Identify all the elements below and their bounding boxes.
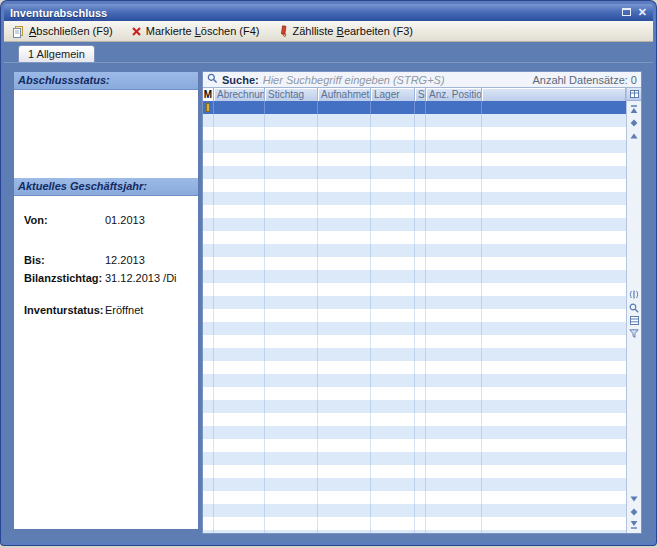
column-chooser-button[interactable] bbox=[627, 88, 641, 101]
column-chooser-icon bbox=[630, 90, 639, 98]
column-header-aufnahmetag[interactable]: Aufnahmetag bbox=[318, 88, 371, 101]
finish-document-icon bbox=[12, 25, 25, 38]
next-record-button[interactable] bbox=[627, 505, 641, 518]
grid-header-row: M Abrechnungs-Nr Stichtag Aufnahmetag La… bbox=[203, 88, 626, 101]
filter-button[interactable] bbox=[627, 327, 641, 340]
field-label: Bis: bbox=[24, 254, 105, 267]
field-inventurstatus: Inventurstatus: Eröffnet bbox=[14, 304, 198, 317]
search-label: Suche: bbox=[222, 74, 259, 86]
restore-button[interactable] bbox=[622, 7, 631, 18]
tabstrip: 1 Allgemein bbox=[4, 42, 653, 62]
column-header-filler bbox=[482, 88, 626, 101]
window-title: Inventurabschluss bbox=[10, 7, 622, 19]
toolbar-button-label: Abschließen (F9) bbox=[29, 25, 113, 37]
column-width-icon bbox=[629, 290, 639, 299]
main-area: 1 Allgemein Abschlussstatus: Aktuelles G… bbox=[4, 42, 653, 542]
geschaeftsjahr-fields: Von: 01.2013 Bis: 12.2013 Bilanzstichtag… bbox=[14, 196, 198, 317]
field-von: Von: 01.2013 bbox=[14, 214, 198, 227]
restore-icon bbox=[622, 8, 631, 16]
search-icon bbox=[207, 73, 218, 86]
column-separators bbox=[203, 114, 626, 533]
next-record-icon bbox=[630, 508, 638, 516]
grid-side-strip bbox=[626, 88, 641, 533]
field-label: Bilanzstichtag: bbox=[24, 272, 105, 285]
field-bis: Bis: 12.2013 bbox=[14, 254, 198, 267]
scroll-up-button[interactable] bbox=[627, 129, 641, 142]
row-marker-icon bbox=[206, 103, 210, 112]
app-window: Inventurabschluss ✕ Abschließen (F9) Mar… bbox=[1, 1, 656, 545]
scroll-down-button[interactable] bbox=[627, 492, 641, 505]
tab-allgemein[interactable]: 1 Allgemein bbox=[18, 45, 95, 63]
zaehlliste-bearbeiten-button[interactable]: Zählliste Bearbeiten (F3) bbox=[274, 24, 417, 39]
export-button[interactable] bbox=[627, 314, 641, 327]
prev-record-button[interactable] bbox=[627, 116, 641, 129]
field-label: Von: bbox=[24, 214, 105, 227]
section-header-geschaeftsjahr: Aktuelles Geschäftsjahr: bbox=[14, 178, 198, 196]
column-header-stichtag[interactable]: Stichtag bbox=[265, 88, 318, 101]
filter-icon bbox=[629, 329, 639, 338]
column-header-anz-positionen[interactable]: Anz. Positionen bbox=[426, 88, 482, 101]
jump-bottom-icon bbox=[630, 520, 638, 529]
tab-page: Abschlussstatus: Aktuelles Geschäftsjahr… bbox=[4, 62, 653, 542]
jump-bottom-button[interactable] bbox=[627, 518, 641, 531]
field-value: 31.12.2013 /Di bbox=[105, 272, 177, 285]
edit-pencil-icon bbox=[278, 25, 289, 38]
toolbar: Abschließen (F9) Markierte Löschen (F4) … bbox=[4, 21, 653, 42]
row-m-cell bbox=[203, 101, 214, 114]
jump-top-icon bbox=[630, 105, 638, 114]
grid-search-bar[interactable]: Suche: Hier Suchbegriff eingeben (STRG+S… bbox=[203, 72, 641, 88]
column-header-s[interactable]: S bbox=[415, 88, 426, 101]
field-label: Inventurstatus: bbox=[24, 304, 105, 317]
column-header-abrechnungs-nr[interactable]: Abrechnungs-Nr bbox=[214, 88, 265, 101]
inventory-grid: Suche: Hier Suchbegriff eingeben (STRG+S… bbox=[202, 71, 642, 534]
jump-top-button[interactable] bbox=[627, 103, 641, 116]
grid-search-icon bbox=[629, 303, 639, 313]
scroll-up-icon bbox=[630, 133, 638, 139]
status-panel: Abschlussstatus: Aktuelles Geschäftsjahr… bbox=[13, 71, 199, 530]
markierte-loeschen-button[interactable]: Markierte Löschen (F4) bbox=[127, 24, 264, 38]
grid-search-button[interactable] bbox=[627, 301, 641, 314]
abschlussstatus-content bbox=[14, 90, 198, 178]
field-bilanzstichtag: Bilanzstichtag: 31.12.2013 /Di bbox=[14, 272, 198, 285]
column-header-lager[interactable]: Lager bbox=[371, 88, 415, 101]
scroll-down-icon bbox=[630, 496, 638, 502]
search-placeholder: Hier Suchbegriff eingeben (STRG+S) bbox=[263, 74, 529, 86]
selected-row[interactable] bbox=[203, 101, 626, 114]
abschliessen-button[interactable]: Abschließen (F9) bbox=[8, 24, 117, 39]
column-width-button[interactable] bbox=[627, 288, 641, 301]
close-button[interactable]: ✕ bbox=[638, 7, 647, 18]
toolbar-button-label: Zählliste Bearbeiten (F3) bbox=[293, 25, 413, 37]
field-value: 01.2013 bbox=[105, 214, 145, 227]
field-value: Eröffnet bbox=[105, 304, 143, 317]
section-header-abschlussstatus: Abschlussstatus: bbox=[14, 72, 198, 90]
column-header-m[interactable]: M bbox=[203, 88, 214, 101]
field-value: 12.2013 bbox=[105, 254, 145, 267]
grid-body[interactable] bbox=[203, 101, 626, 533]
delete-x-icon bbox=[131, 26, 142, 37]
toolbar-button-label: Markierte Löschen (F4) bbox=[146, 25, 260, 37]
titlebar: Inventurabschluss ✕ bbox=[4, 4, 653, 21]
export-icon bbox=[630, 316, 639, 325]
record-count: Anzahl Datensätze: 0 bbox=[532, 74, 637, 86]
prev-record-icon bbox=[630, 119, 638, 127]
empty-rows bbox=[203, 114, 626, 533]
